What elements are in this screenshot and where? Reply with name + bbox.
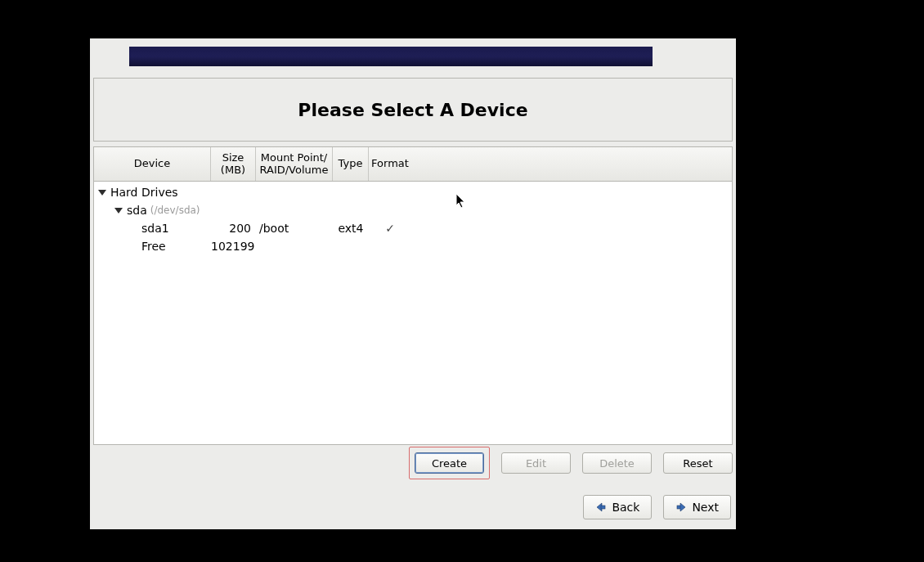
default-button-ring: Create [409, 447, 490, 479]
col-format[interactable]: Format [369, 147, 411, 181]
delete-button: Delete [582, 452, 652, 474]
col-mount[interactable]: Mount Point/ RAID/Volume [256, 147, 333, 181]
page-title: Please Select A Device [298, 100, 527, 120]
disclosure-triangle-icon[interactable] [114, 205, 123, 215]
installer-window: Please Select A Device Device Size (MB) … [90, 38, 736, 529]
reset-button[interactable]: Reset [663, 452, 733, 474]
next-label: Next [692, 501, 719, 514]
table-header: Device Size (MB) Mount Point/ RAID/Volum… [94, 147, 732, 182]
partition-device: sda1 [141, 222, 169, 235]
partition-mount: /boot [256, 222, 333, 235]
partition-size: 200 [211, 222, 256, 235]
next-button[interactable]: Next [663, 495, 731, 519]
edit-button: Edit [501, 452, 571, 474]
nav-bar: Back Next [583, 495, 731, 519]
table-body: Hard Drives sda (/dev/sda) sda1 200 /boo… [94, 182, 732, 255]
back-button[interactable]: Back [583, 495, 652, 519]
disk-path: (/dev/sda) [150, 205, 200, 216]
header-banner [129, 47, 653, 66]
disk-name: sda [127, 204, 147, 217]
free-space-row[interactable]: Free 102199 [94, 237, 732, 255]
col-device[interactable]: Device [94, 147, 211, 181]
arrow-right-icon [675, 501, 687, 513]
col-type[interactable]: Type [333, 147, 369, 181]
partition-type: ext4 [333, 222, 369, 235]
partition-row[interactable]: sda1 200 /boot ext4 ✓ [94, 219, 732, 237]
disclosure-triangle-icon[interactable] [97, 187, 107, 197]
back-label: Back [612, 501, 639, 514]
device-table: Device Size (MB) Mount Point/ RAID/Volum… [93, 146, 733, 445]
partition-format-check: ✓ [369, 222, 411, 235]
arrow-left-icon [595, 501, 607, 513]
free-size: 102199 [211, 240, 256, 253]
create-button[interactable]: Create [415, 452, 484, 474]
svg-marker-3 [680, 503, 685, 511]
col-size[interactable]: Size (MB) [211, 147, 256, 181]
free-label: Free [141, 240, 166, 253]
svg-rect-1 [601, 506, 605, 509]
tree-root-label: Hard Drives [110, 186, 178, 199]
action-bar: Create Edit Delete Reset [93, 449, 733, 477]
title-panel: Please Select A Device [93, 78, 733, 142]
tree-disk-row[interactable]: sda (/dev/sda) [94, 201, 732, 219]
tree-root-row[interactable]: Hard Drives [94, 183, 732, 201]
